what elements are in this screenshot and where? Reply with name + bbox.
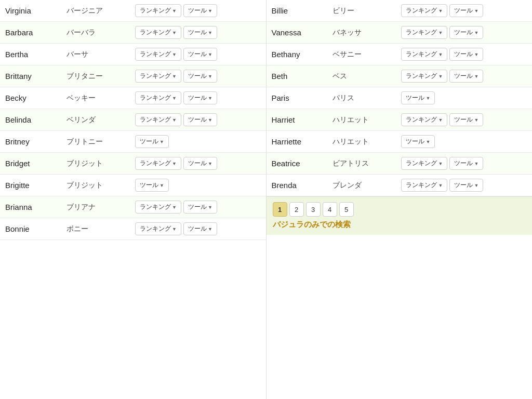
table-row: Harrietteハリエットツール▼ xyxy=(267,131,533,153)
ranking-button[interactable]: ランキング▼ xyxy=(135,4,181,17)
button-group: ツール▼ xyxy=(135,179,261,192)
page-button-4[interactable]: 4 xyxy=(323,202,337,217)
ranking-button[interactable]: ランキング▼ xyxy=(401,4,447,17)
name-japanese: パリス xyxy=(327,87,396,109)
name-english: Brittany xyxy=(0,65,61,87)
pagination: 12345 xyxy=(273,202,526,217)
dropdown-arrow-icon: ▼ xyxy=(159,139,164,144)
tool-button[interactable]: ツール▼ xyxy=(135,135,169,148)
tool-button[interactable]: ツール▼ xyxy=(401,91,435,104)
tool-button[interactable]: ツール▼ xyxy=(183,91,217,104)
tool-button[interactable]: ツール▼ xyxy=(449,26,483,39)
tool-button[interactable]: ツール▼ xyxy=(183,70,217,83)
button-cell: ランキング▼ツール▼ xyxy=(130,44,266,65)
dropdown-arrow-icon: ▼ xyxy=(474,8,478,14)
ranking-button[interactable]: ランキング▼ xyxy=(401,113,447,126)
ranking-button[interactable]: ランキング▼ xyxy=(135,222,181,235)
search-hint: バジュラのみでの検索 xyxy=(273,220,526,230)
button-cell: ツール▼ xyxy=(130,131,266,153)
name-english: Brianna xyxy=(0,196,61,218)
bottom-section: 12345 バジュラのみでの検索 xyxy=(267,196,533,235)
dropdown-arrow-icon: ▼ xyxy=(172,8,177,14)
tool-button[interactable]: ツール▼ xyxy=(183,157,217,170)
button-cell: ランキング▼ツール▼ xyxy=(130,22,266,44)
button-group: ツール▼ xyxy=(135,135,261,148)
name-english: Barbara xyxy=(0,22,61,44)
ranking-button[interactable]: ランキング▼ xyxy=(401,157,447,170)
ranking-button[interactable]: ランキング▼ xyxy=(135,201,181,214)
dropdown-arrow-icon: ▼ xyxy=(474,74,478,79)
button-group: ランキング▼ツール▼ xyxy=(401,4,527,17)
button-cell: ランキング▼ツール▼ xyxy=(130,109,266,131)
ranking-button[interactable]: ランキング▼ xyxy=(401,70,447,83)
tool-button[interactable]: ツール▼ xyxy=(183,201,217,214)
dropdown-arrow-icon: ▼ xyxy=(208,30,212,35)
dropdown-arrow-icon: ▼ xyxy=(474,183,478,188)
dropdown-arrow-icon: ▼ xyxy=(172,96,177,101)
name-japanese: ブリタニー xyxy=(61,65,130,87)
name-japanese: ブリジット xyxy=(61,175,130,196)
table-row: Britneyブリトニーツール▼ xyxy=(0,131,266,153)
table-row: Bethベスランキング▼ツール▼ xyxy=(267,65,533,87)
dropdown-arrow-icon: ▼ xyxy=(438,52,443,57)
tool-button[interactable]: ツール▼ xyxy=(183,4,217,17)
dropdown-arrow-icon: ▼ xyxy=(474,161,478,166)
name-japanese: ビリー xyxy=(327,0,396,22)
tool-label: ツール xyxy=(188,6,207,15)
tool-button[interactable]: ツール▼ xyxy=(449,157,483,170)
ranking-button[interactable]: ランキング▼ xyxy=(135,26,181,39)
ranking-label: ランキング xyxy=(406,159,437,168)
button-cell: ランキング▼ツール▼ xyxy=(130,196,266,218)
name-english: Brigitte xyxy=(0,175,61,196)
name-japanese: ブリトニー xyxy=(61,131,130,153)
tool-button[interactable]: ツール▼ xyxy=(449,4,483,17)
tool-button[interactable]: ツール▼ xyxy=(183,26,217,39)
name-japanese: バーサ xyxy=(61,44,130,65)
tool-button[interactable]: ツール▼ xyxy=(183,222,217,235)
ranking-button[interactable]: ランキング▼ xyxy=(401,48,447,61)
tool-button[interactable]: ツール▼ xyxy=(135,179,169,192)
tool-label: ツール xyxy=(140,137,158,146)
tool-button[interactable]: ツール▼ xyxy=(401,135,435,148)
table-row: Beatriceビアトリスランキング▼ツール▼ xyxy=(267,153,533,175)
table-row: Barbaraバーバラランキング▼ツール▼ xyxy=(0,22,266,44)
tool-button[interactable]: ツール▼ xyxy=(449,179,483,192)
name-japanese: ハリエット xyxy=(327,109,396,131)
button-group: ランキング▼ツール▼ xyxy=(135,4,261,17)
ranking-label: ランキング xyxy=(406,50,437,59)
tool-label: ツール xyxy=(454,159,473,168)
dropdown-arrow-icon: ▼ xyxy=(438,183,443,188)
ranking-button[interactable]: ランキング▼ xyxy=(135,70,181,83)
page-button-5[interactable]: 5 xyxy=(339,202,354,217)
ranking-label: ランキング xyxy=(140,6,171,15)
ranking-button[interactable]: ランキング▼ xyxy=(401,26,447,39)
dropdown-arrow-icon: ▼ xyxy=(438,117,443,123)
tool-label: ツール xyxy=(188,115,207,124)
table-row: Brigitteブリジットツール▼ xyxy=(0,175,266,196)
button-group: ランキング▼ツール▼ xyxy=(401,48,527,61)
dropdown-arrow-icon: ▼ xyxy=(208,52,212,57)
tool-button[interactable]: ツール▼ xyxy=(183,48,217,61)
tool-button[interactable]: ツール▼ xyxy=(449,48,483,61)
ranking-button[interactable]: ランキング▼ xyxy=(135,48,181,61)
right-panel: Billieビリーランキング▼ツール▼Vanessaバネッサランキング▼ツール▼… xyxy=(267,0,533,399)
page-button-3[interactable]: 3 xyxy=(306,202,321,217)
tool-button[interactable]: ツール▼ xyxy=(183,113,217,126)
tool-label: ツール xyxy=(454,181,473,190)
ranking-button[interactable]: ランキング▼ xyxy=(135,157,181,170)
page-button-2[interactable]: 2 xyxy=(289,202,304,217)
ranking-button[interactable]: ランキング▼ xyxy=(135,91,181,104)
tool-label: ツール xyxy=(406,137,424,146)
ranking-label: ランキング xyxy=(406,115,437,124)
ranking-label: ランキング xyxy=(140,72,171,81)
ranking-label: ランキング xyxy=(140,28,171,37)
dropdown-arrow-icon: ▼ xyxy=(208,161,212,166)
ranking-button[interactable]: ランキング▼ xyxy=(401,179,447,192)
tool-button[interactable]: ツール▼ xyxy=(449,70,483,83)
tool-button[interactable]: ツール▼ xyxy=(449,113,483,126)
ranking-button[interactable]: ランキング▼ xyxy=(135,113,181,126)
page-button-1[interactable]: 1 xyxy=(273,202,287,217)
main-container: Virginiaバージニアランキング▼ツール▼Barbaraバーバラランキング▼… xyxy=(0,0,532,399)
table-row: Bridgetブリジットランキング▼ツール▼ xyxy=(0,153,266,175)
name-japanese: ブリアナ xyxy=(61,196,130,218)
